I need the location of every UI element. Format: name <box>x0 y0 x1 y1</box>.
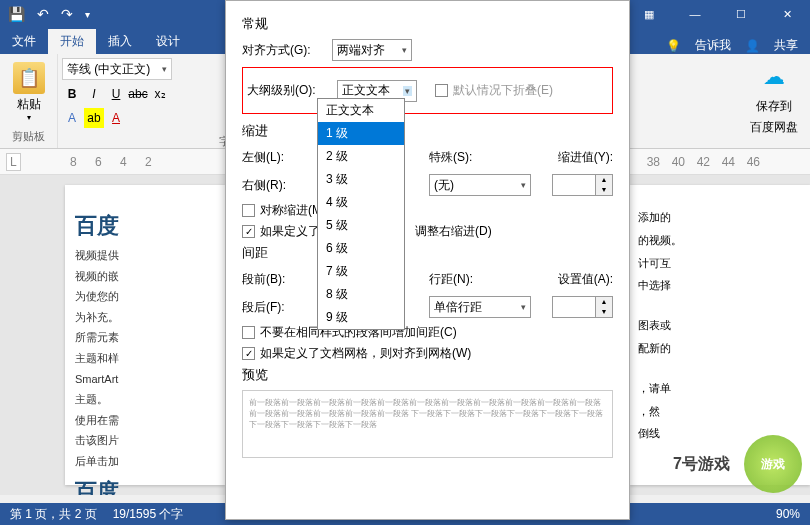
word-count[interactable]: 19/1595 个字 <box>113 506 184 523</box>
tab-selector[interactable]: L <box>6 153 21 171</box>
text-effects-button[interactable]: A <box>62 108 82 128</box>
outline-option-6[interactable]: 6 级 <box>318 237 404 260</box>
collapse-label: 默认情况下折叠(E) <box>453 82 553 99</box>
set-value-spinner[interactable]: ▲▼ <box>552 296 613 318</box>
undo-icon[interactable]: ↶ <box>37 6 49 22</box>
tab-start[interactable]: 开始 <box>48 29 96 54</box>
before-spacing-label: 段前(B): <box>242 271 326 288</box>
paste-dropdown-icon[interactable]: ▾ <box>27 113 31 122</box>
tellme-button[interactable]: 告诉我 <box>695 37 731 54</box>
alignment-label: 对齐方式(G): <box>242 42 326 59</box>
preview-box: 前一段落前一段落前一段落前一段落前一段落前一段落前一段落前一段落前一段落前一段落… <box>242 390 613 458</box>
snap-to-grid-checkbox[interactable]: ✓ <box>242 347 255 360</box>
line-spacing-select[interactable]: 单倍行距▾ <box>429 296 531 318</box>
tab-file[interactable]: 文件 <box>0 29 48 54</box>
mirror-indent-checkbox[interactable] <box>242 204 255 217</box>
outline-option-9[interactable]: 9 级 <box>318 306 404 329</box>
watermark-logo: 游戏 <box>744 435 802 493</box>
page-status[interactable]: 第 1 页，共 2 页 <box>10 506 97 523</box>
section-preview: 预览 <box>242 366 613 384</box>
outline-option-7[interactable]: 7 级 <box>318 260 404 283</box>
share-icon: 👤 <box>745 39 760 53</box>
grid-adjust-checkbox[interactable]: ✓ <box>242 225 255 238</box>
save-icon[interactable]: 💾 <box>8 6 25 22</box>
minimize-button[interactable]: — <box>672 0 718 28</box>
outline-option-3[interactable]: 3 级 <box>318 168 404 191</box>
section-general: 常规 <box>242 15 613 33</box>
clipboard-group-label: 剪贴板 <box>8 127 49 144</box>
outline-option-8[interactable]: 8 级 <box>318 283 404 306</box>
highlighted-outline-area: 大纲级别(O): 正文文本▾ 默认情况下折叠(E) <box>242 67 613 114</box>
set-value-label: 设置值(A): <box>558 271 613 288</box>
subscript-button[interactable]: x₂ <box>150 84 170 104</box>
italic-button[interactable]: I <box>84 84 104 104</box>
outline-option-body[interactable]: 正文文本 <box>318 99 404 122</box>
no-space-same-style-checkbox[interactable] <box>242 326 255 339</box>
watermark: 7号游戏 游戏 <box>665 435 802 493</box>
paste-label: 粘贴 <box>17 96 41 113</box>
collapse-checkbox[interactable] <box>435 84 448 97</box>
redo-icon[interactable]: ↷ <box>61 6 73 22</box>
outline-level-dropdown: 正文文本 1 级 2 级 3 级 4 级 5 级 6 级 7 级 8 级 9 级 <box>317 98 405 330</box>
tab-insert[interactable]: 插入 <box>96 29 144 54</box>
line-spacing-label: 行距(N): <box>429 271 473 288</box>
alignment-select[interactable]: 两端对齐▾ <box>332 39 412 61</box>
window-controls: ▦ — ☐ ✕ <box>626 0 810 28</box>
outline-level-label: 大纲级别(O): <box>247 82 331 99</box>
share-button[interactable]: 共享 <box>774 37 798 54</box>
outline-option-4[interactable]: 4 级 <box>318 191 404 214</box>
tab-design[interactable]: 设计 <box>144 29 192 54</box>
baidu-cloud-icon: ☁ <box>757 60 791 94</box>
left-indent-label: 左侧(L): <box>242 149 326 166</box>
special-label: 特殊(S): <box>429 149 472 166</box>
ribbon-display-icon[interactable]: ▦ <box>626 0 672 28</box>
strike-button[interactable]: abc <box>128 84 148 104</box>
highlight-button[interactable]: ab <box>84 108 104 128</box>
paragraph-dialog: 常规 对齐方式(G): 两端对齐▾ 大纲级别(O): 正文文本▾ 默认情况下折叠… <box>225 0 630 520</box>
section-spacing: 间距 <box>242 244 613 262</box>
close-button[interactable]: ✕ <box>764 0 810 28</box>
save-to-baidu-button[interactable]: ☁ 保存到 百度网盘 保存 <box>750 60 798 163</box>
bold-button[interactable]: B <box>62 84 82 104</box>
after-spacing-label: 段后(F): <box>242 299 326 316</box>
section-indent: 缩进 <box>242 122 613 140</box>
maximize-button[interactable]: ☐ <box>718 0 764 28</box>
heading-1: 百度 <box>75 211 215 241</box>
underline-button[interactable]: U <box>106 84 126 104</box>
outline-option-1[interactable]: 1 级 <box>318 122 404 145</box>
zoom-level[interactable]: 90% <box>776 507 800 521</box>
qat-more-icon[interactable]: ▾ <box>85 9 90 20</box>
indent-value-label: 缩进值(Y): <box>558 149 613 166</box>
snap-to-grid-label: 如果定义了文档网格，则对齐到网格(W) <box>260 345 471 362</box>
indent-value-spinner[interactable]: ▲▼ <box>552 174 613 196</box>
watermark-text: 7号游戏 <box>665 450 738 479</box>
right-indent-label: 右侧(R): <box>242 177 326 194</box>
page-left[interactable]: 百度 视频提供视频的嵌 为使您的为补充。 所需元素主题和样 SmartArt主题… <box>65 185 225 485</box>
outline-option-2[interactable]: 2 级 <box>318 145 404 168</box>
heading-2: 百度 <box>75 477 215 495</box>
font-color-button[interactable]: A <box>106 108 126 128</box>
font-name-select[interactable]: 等线 (中文正文)▾ <box>62 58 172 80</box>
bulb-icon: 💡 <box>666 39 681 53</box>
outline-option-5[interactable]: 5 级 <box>318 214 404 237</box>
paste-icon[interactable]: 📋 <box>13 62 45 94</box>
special-indent-select[interactable]: (无)▾ <box>429 174 531 196</box>
